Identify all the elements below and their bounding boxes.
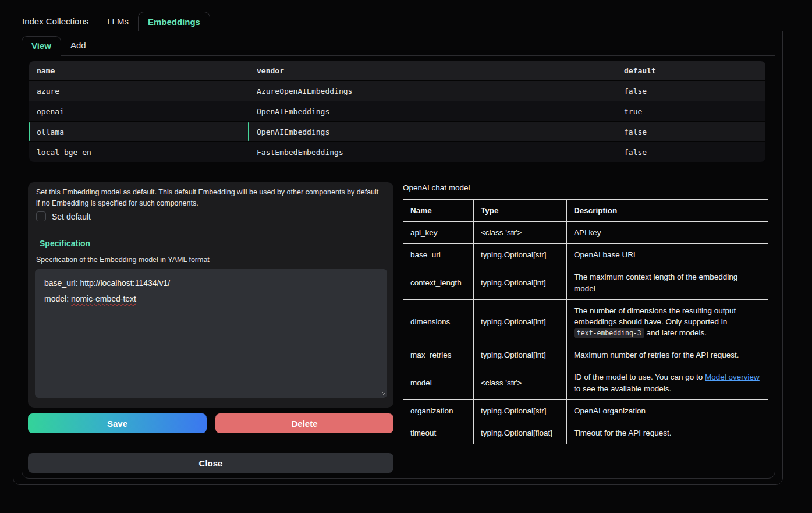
param-type: typing.Optional[int]	[473, 299, 566, 344]
details-row-organization: organizationtyping.Optional[str]OpenAI o…	[403, 399, 768, 422]
param-name: dimensions	[403, 299, 474, 344]
cell-openai-name[interactable]: openai	[29, 101, 249, 121]
details-row-context-length: context_lengthtyping.Optional[int]The ma…	[403, 266, 768, 299]
param-type: typing.Optional[int]	[473, 266, 566, 299]
model-overview-link[interactable]: Model overview	[705, 373, 760, 381]
set-default-row[interactable]: Set default	[36, 211, 91, 221]
sub-tab-bar: ViewAdd	[22, 36, 95, 56]
details-row-max-retries: max_retriestyping.Optional[int]Maximum n…	[403, 344, 768, 366]
details-column-description: Description	[566, 200, 768, 222]
param-type: typing.Optional[float]	[473, 422, 566, 444]
set-default-description: Set this Embedding model as default. Thi…	[36, 187, 383, 210]
subtab-add[interactable]: Add	[61, 36, 95, 56]
set-default-checkbox[interactable]	[36, 211, 46, 221]
details-column-type: Type	[473, 200, 566, 222]
param-name: model	[403, 366, 474, 399]
details-column-name: Name	[403, 200, 474, 222]
param-description: API key	[566, 222, 768, 244]
param-name: base_url	[403, 244, 474, 266]
yaml-line-2: model: nomic-embed-text	[44, 291, 378, 307]
details-row-timeout: timeouttyping.Optional[float]Timeout for…	[403, 422, 768, 444]
tab-llms[interactable]: LLMs	[98, 12, 138, 31]
tab-index-collections[interactable]: Index Collections	[13, 12, 98, 31]
details-header-row: NameTypeDescription	[403, 200, 768, 222]
embedding-config-panel: Set this Embedding model as default. Thi…	[28, 182, 393, 408]
cell-azure-default[interactable]: false	[616, 81, 765, 101]
table-row-openai[interactable]: openaiOpenAIEmbeddingstrue	[29, 101, 765, 121]
delete-button[interactable]: Delete	[215, 413, 393, 433]
column-header-default: default	[616, 61, 765, 80]
embeddings-page: Index CollectionsLLMsEmbeddings ViewAdd …	[0, 0, 812, 513]
param-description: OpenAI base URL	[566, 244, 768, 266]
table-header-row: namevendordefault	[29, 61, 765, 80]
cell-local-bge-en-default[interactable]: false	[616, 142, 765, 162]
main-tab-bar: Index CollectionsLLMsEmbeddings	[13, 12, 210, 31]
specification-heading: Specification	[40, 239, 90, 248]
param-name: timeout	[403, 422, 474, 444]
param-name: api_key	[403, 222, 474, 244]
details-row-api-key: api_key<class 'str'>API key	[403, 222, 768, 244]
param-name: max_retries	[403, 344, 474, 366]
param-type: typing.Optional[str]	[473, 244, 566, 266]
close-button[interactable]: Close	[28, 453, 393, 473]
param-name: organization	[403, 399, 474, 422]
cell-ollama-vendor[interactable]: OpenAIEmbeddings	[249, 122, 616, 141]
set-default-label: Set default	[52, 212, 91, 221]
misspelled-word: nomic-embed-text	[71, 294, 136, 303]
specification-caption: Specification of the Embedding model in …	[36, 256, 210, 264]
cell-azure-name[interactable]: azure	[29, 81, 249, 101]
param-type: typing.Optional[str]	[473, 399, 566, 422]
subtab-view[interactable]: View	[22, 36, 61, 56]
param-type: typing.Optional[int]	[473, 344, 566, 366]
param-type: <class 'str'>	[473, 222, 566, 244]
table-row-ollama[interactable]: ollamaOpenAIEmbeddingsfalse	[29, 121, 765, 141]
save-button[interactable]: Save	[28, 413, 207, 433]
tab-embeddings[interactable]: Embeddings	[138, 12, 210, 31]
details-row-base-url: base_urltyping.Optional[str]OpenAI base …	[403, 244, 768, 266]
cell-ollama-name[interactable]: ollama	[29, 122, 249, 141]
cell-local-bge-en-name[interactable]: local-bge-en	[29, 142, 249, 162]
param-description: OpenAI organization	[566, 399, 768, 422]
resize-handle-icon[interactable]	[379, 390, 385, 395]
embeddings-table: namevendordefaultazureAzureOpenAIEmbeddi…	[29, 61, 765, 162]
cell-ollama-default[interactable]: false	[616, 122, 765, 141]
yaml-line-1: base_url: http://localhost:11434/v1/	[44, 275, 378, 291]
cell-azure-vendor[interactable]: AzureOpenAIEmbeddings	[249, 81, 616, 101]
cell-openai-default[interactable]: true	[616, 101, 765, 121]
param-description: Maximum number of retries for the API re…	[566, 344, 768, 366]
param-description: The maximum context length of the embedd…	[566, 266, 768, 299]
table-row-local-bge-en[interactable]: local-bge-enFastEmbedEmbeddingsfalse	[29, 141, 765, 162]
column-header-name: name	[29, 61, 249, 80]
cell-openai-vendor[interactable]: OpenAIEmbeddings	[249, 101, 616, 121]
details-title: OpenAI chat model	[403, 183, 470, 192]
parameter-description-table: NameTypeDescription api_key<class 'str'>…	[403, 199, 768, 444]
cell-local-bge-en-vendor[interactable]: FastEmbedEmbeddings	[249, 142, 616, 162]
yaml-spec-editor[interactable]: base_url: http://localhost:11434/v1/mode…	[35, 269, 387, 398]
column-header-vendor: vendor	[249, 61, 616, 80]
table-row-azure[interactable]: azureAzureOpenAIEmbeddingsfalse	[29, 80, 765, 101]
param-description: Timeout for the API request.	[566, 422, 768, 444]
param-type: <class 'str'>	[473, 366, 566, 399]
details-row-model: model<class 'str'>ID of the model to use…	[403, 366, 768, 399]
param-description: ID of the model to use. You can go to Mo…	[566, 366, 768, 399]
param-description: The number of dimensions the resulting o…	[566, 299, 768, 344]
param-name: context_length	[403, 266, 474, 299]
inline-code: text-embedding-3	[574, 328, 644, 338]
details-row-dimensions: dimensionstyping.Optional[int]The number…	[403, 299, 768, 344]
